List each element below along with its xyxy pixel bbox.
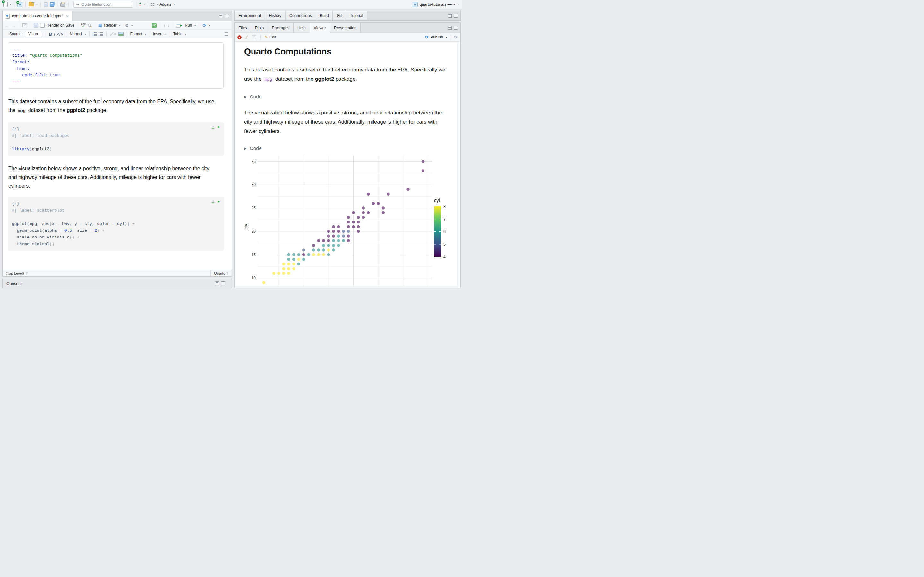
- outline-icon[interactable]: [224, 32, 228, 35]
- run-chunks-above-icon[interactable]: ▼: [212, 200, 214, 203]
- insert-menu[interactable]: Insert: [153, 32, 163, 36]
- tab-tutorial[interactable]: Tutorial: [346, 11, 367, 20]
- tab-environment[interactable]: Environment: [234, 11, 265, 20]
- popout-window-icon[interactable]: ↗: [23, 23, 27, 27]
- bullet-list-icon[interactable]: [93, 32, 97, 36]
- console-pane-header[interactable]: Console: [2, 279, 232, 288]
- maximize-pane-icon[interactable]: [221, 282, 225, 285]
- stop-viewer-icon[interactable]: ✕: [237, 35, 242, 39]
- refresh-viewer-icon[interactable]: ⟳: [454, 35, 457, 39]
- version-control-caret-icon[interactable]: ▾: [144, 3, 145, 6]
- publish-caret-icon[interactable]: ▾: [446, 36, 447, 39]
- save-icon[interactable]: [44, 2, 48, 7]
- minimize-pane-icon[interactable]: [215, 282, 219, 285]
- close-tab-icon[interactable]: ✕: [66, 15, 69, 18]
- run-chunks-above-icon[interactable]: ▼: [212, 126, 214, 129]
- document-options-gear-icon[interactable]: ⚙: [125, 23, 129, 27]
- style-caret-icon[interactable]: ▾: [85, 33, 86, 35]
- new-file-caret-icon[interactable]: ▾: [10, 3, 11, 6]
- file-type-selector[interactable]: Quarto ▲▼: [210, 270, 232, 276]
- clear-viewer-icon[interactable]: [244, 35, 249, 39]
- table-menu[interactable]: Table: [173, 32, 183, 36]
- new-project-icon[interactable]: R+: [17, 2, 23, 7]
- render-caret-icon[interactable]: ▾: [120, 24, 121, 27]
- gear-caret-icon[interactable]: ▾: [131, 24, 132, 27]
- tab-viewer[interactable]: Viewer: [310, 23, 330, 33]
- open-in-browser-icon[interactable]: ↗: [252, 35, 256, 39]
- spellcheck-icon[interactable]: ABC✓: [81, 23, 86, 27]
- panes-caret-icon[interactable]: ▾: [157, 3, 158, 6]
- editor-paragraph-1[interactable]: This dataset contains a subset of the fu…: [8, 97, 218, 115]
- source-rerun-icon[interactable]: ⟳: [202, 23, 206, 27]
- image-icon[interactable]: [118, 32, 124, 36]
- find-replace-icon[interactable]: [87, 23, 92, 27]
- visual-mode-button[interactable]: Visual: [25, 31, 42, 37]
- code-chunk-load-packages[interactable]: ▼ ▶ {r}#| label: load-packages library(g…: [8, 122, 224, 156]
- table-caret-icon[interactable]: ▾: [185, 33, 186, 35]
- link-icon[interactable]: 🔗︎∞: [110, 32, 116, 36]
- numbered-list-icon[interactable]: [99, 32, 103, 36]
- render-on-save-checkbox[interactable]: [40, 23, 45, 27]
- rerun-caret-icon[interactable]: ▾: [209, 24, 210, 27]
- outline-location-selector[interactable]: (Top Level) ▲▼: [3, 271, 31, 276]
- minimize-pane-icon[interactable]: [219, 14, 223, 18]
- code-fold-1[interactable]: ▶ Code: [244, 94, 447, 100]
- editor-canvas[interactable]: ---title: "Quarto Computations"format: h…: [3, 39, 232, 270]
- tab-files[interactable]: Files: [234, 23, 251, 33]
- bold-icon[interactable]: B: [49, 32, 52, 37]
- panes-layout-icon[interactable]: [151, 3, 154, 6]
- go-next-chunk-icon[interactable]: ↓: [168, 23, 170, 28]
- addins-menu[interactable]: Addins: [160, 2, 171, 7]
- tab-history[interactable]: History: [265, 11, 286, 20]
- publish-button[interactable]: Publish: [431, 35, 443, 39]
- viewer-scrollbar[interactable]: [457, 42, 460, 288]
- open-file-caret-icon[interactable]: ▾: [36, 3, 37, 6]
- addins-caret-icon[interactable]: ▾: [174, 3, 175, 6]
- tab-plots[interactable]: Plots: [251, 23, 268, 33]
- run-button[interactable]: Run: [185, 23, 192, 27]
- new-file-icon[interactable]: +: [3, 2, 8, 7]
- maximize-pane-icon[interactable]: [454, 26, 458, 30]
- run-chunk-icon[interactable]: ▶: [218, 125, 220, 129]
- scatterplot-figure: 101520253035ctycyl87654: [243, 155, 458, 288]
- format-menu[interactable]: Format: [130, 32, 142, 36]
- source-mode-button[interactable]: Source: [6, 31, 25, 37]
- go-previous-chunk-icon[interactable]: ↑: [163, 23, 166, 28]
- code-chunk-scatterplot[interactable]: ▼ ▶ {r}#| label: scatterplot ggplot(mpg,…: [8, 197, 224, 251]
- tab-presentation[interactable]: Presentation: [330, 23, 360, 33]
- code-format-icon[interactable]: </>: [57, 32, 63, 37]
- save-document-icon[interactable]: [34, 23, 38, 27]
- toolbar-divider: [450, 35, 451, 40]
- editor-tab[interactable]: computations-code-fold.qmd ✕: [3, 11, 72, 21]
- tab-connections[interactable]: Connections: [286, 11, 316, 20]
- print-icon[interactable]: [60, 3, 65, 7]
- goto-file-search[interactable]: ➜ Go to file/function: [73, 1, 133, 8]
- format-caret-icon[interactable]: ▾: [145, 33, 146, 35]
- code-fold-2[interactable]: ▶ Code: [244, 145, 447, 151]
- minimize-pane-icon[interactable]: [447, 26, 452, 30]
- back-icon[interactable]: ←: [5, 23, 9, 27]
- forward-icon[interactable]: →: [11, 23, 16, 27]
- maximize-pane-icon[interactable]: [454, 14, 458, 18]
- tab-git[interactable]: Git: [333, 11, 346, 20]
- render-button[interactable]: Render: [104, 23, 116, 27]
- tab-help[interactable]: Help: [294, 23, 310, 33]
- tab-packages[interactable]: Packages: [268, 23, 294, 33]
- maximize-pane-icon[interactable]: [225, 14, 229, 18]
- run-chunk-icon[interactable]: ▶: [218, 200, 220, 203]
- version-control-icon[interactable]: +−: [139, 3, 141, 6]
- insert-caret-icon[interactable]: ▾: [165, 33, 166, 35]
- project-selector[interactable]: R quarto-tutorials — ~ ▾: [413, 2, 459, 7]
- open-file-icon[interactable]: [29, 2, 34, 6]
- insert-chunk-icon[interactable]: +C: [152, 23, 157, 28]
- editor-paragraph-2[interactable]: The visualization below shows a positive…: [8, 164, 218, 190]
- edit-button[interactable]: Edit: [270, 35, 276, 39]
- minimize-pane-icon[interactable]: [447, 14, 452, 18]
- paragraph-style-select[interactable]: Normal: [69, 32, 82, 36]
- italic-icon[interactable]: I: [54, 32, 55, 37]
- save-all-icon[interactable]: [50, 2, 54, 7]
- document-paragraph-2: The visualization below shows a positive…: [244, 108, 447, 136]
- tab-build[interactable]: Build: [316, 11, 333, 20]
- run-caret-icon[interactable]: ▾: [194, 24, 196, 27]
- yaml-block[interactable]: ---title: "Quarto Computations"format: h…: [8, 42, 224, 89]
